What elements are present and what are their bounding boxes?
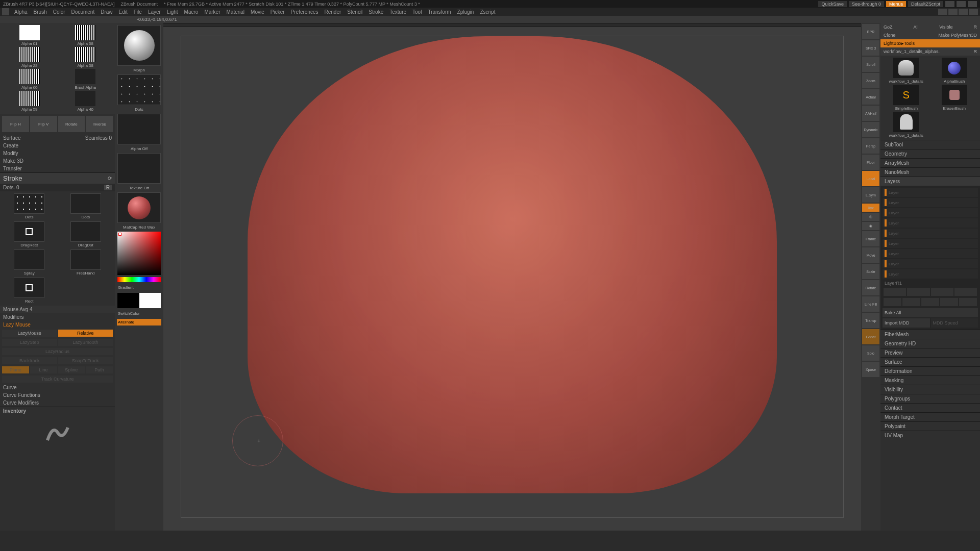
tool-item[interactable]: workflow_1_details: [883, 58, 930, 84]
layer-act-2[interactable]: [902, 298, 920, 306]
goz-btn[interactable]: GoZ: [884, 24, 893, 30]
menu-movie[interactable]: Movie: [248, 9, 267, 15]
tool-item[interactable]: SSimpleBrush: [883, 85, 930, 111]
panel-btn-3[interactable]: [959, 9, 968, 15]
dynamic-view-btn[interactable]: Dynamic: [862, 122, 879, 137]
alpha-item[interactable]: Alpha 28: [2, 47, 57, 68]
curve-modifiers[interactable]: Curve Modifiers: [0, 399, 115, 407]
xpose-btn[interactable]: Xpose: [862, 362, 879, 377]
bake-all-btn[interactable]: Bake All: [883, 308, 978, 317]
hue-bar[interactable]: [117, 277, 161, 282]
menu-tool[interactable]: Tool: [409, 9, 425, 15]
menu-stroke[interactable]: Stroke: [365, 9, 386, 15]
defaultscript[interactable]: DefaultZScript: [908, 1, 943, 7]
arraymesh-section[interactable]: ArrayMesh: [880, 158, 980, 167]
tool-r-btn[interactable]: R: [974, 49, 977, 54]
plane-btn[interactable]: Plane: [2, 366, 29, 373]
canvas[interactable]: +: [181, 36, 844, 518]
menu-material[interactable]: Material: [224, 9, 248, 15]
curve-functions[interactable]: Curve Functions: [0, 391, 115, 399]
menu-zplugin[interactable]: Zplugin: [454, 9, 477, 15]
pf-icon2[interactable]: ◉: [862, 222, 879, 230]
visibility-section[interactable]: Visibility: [880, 385, 980, 394]
layer-row[interactable]: Layer: [883, 218, 978, 228]
layer-row[interactable]: Layer: [883, 208, 978, 217]
layer-up-btn[interactable]: [931, 288, 953, 296]
matcap-swatch[interactable]: [117, 192, 161, 223]
deformation-section[interactable]: Deformation: [880, 366, 980, 375]
main-color[interactable]: [117, 293, 139, 308]
clone-btn[interactable]: Clone: [884, 33, 896, 38]
menu-zscript[interactable]: Zscript: [477, 9, 498, 15]
gradient-label[interactable]: Gradient: [117, 284, 161, 291]
viewport[interactable]: +: [163, 23, 861, 531]
stroke-dragrect[interactable]: DragRect: [2, 221, 57, 247]
alpha-item[interactable]: BrushAlpha: [58, 69, 113, 90]
alpha-item[interactable]: Alpha 58: [58, 47, 113, 68]
floor-btn[interactable]: Floor: [862, 155, 879, 170]
home-icon[interactable]: [2, 8, 9, 15]
alpha-item[interactable]: Alpha 59: [2, 91, 57, 112]
lazystep-slider[interactable]: LazyStep: [2, 339, 57, 346]
make-polymesh-btn[interactable]: Make PolyMesh3D: [938, 33, 977, 38]
lazymouse-btn[interactable]: LazyMouse: [2, 330, 57, 337]
polypaint-section[interactable]: Polypaint: [880, 421, 980, 431]
mouse-avg-slider[interactable]: Mouse Avg 4: [0, 306, 115, 313]
seethrough[interactable]: See-through 0: [849, 1, 884, 7]
actual-btn[interactable]: Actual: [862, 89, 879, 105]
stroke-r[interactable]: R: [104, 185, 112, 190]
secondary-color[interactable]: [139, 293, 161, 308]
scale-view-btn[interactable]: Scale: [862, 264, 879, 279]
mdd-speed[interactable]: MDD Speed: [931, 318, 978, 328]
dots-swatch[interactable]: [117, 74, 161, 105]
stroke-header[interactable]: Stroke ⟳: [0, 173, 115, 184]
goz-r-btn[interactable]: R: [973, 24, 977, 30]
alpha-item[interactable]: Alpha 58: [58, 25, 113, 46]
frame-btn[interactable]: Frame: [862, 231, 879, 246]
aahalf-btn[interactable]: AAHalf: [862, 106, 879, 121]
morphtarget-section[interactable]: Morph Target: [880, 412, 980, 421]
color-swatches[interactable]: [117, 293, 161, 308]
color-picker[interactable]: [117, 232, 161, 275]
relative-btn[interactable]: Relative: [58, 330, 113, 337]
curve-section[interactable]: Curve: [0, 384, 115, 391]
snaptotrack-btn[interactable]: SnapToTrack: [58, 357, 113, 364]
tool-item[interactable]: workflow_1_details: [883, 112, 930, 138]
stroke-spray[interactable]: Spray: [2, 249, 57, 276]
menu-preferences[interactable]: Preferences: [288, 9, 322, 15]
layer-row[interactable]: Layer: [883, 259, 978, 268]
stroke-dots2[interactable]: Dots: [59, 193, 113, 219]
layer-act-1[interactable]: [884, 298, 901, 306]
modifiers-section[interactable]: Modifiers: [0, 313, 115, 321]
refresh-icon[interactable]: ⟳: [108, 176, 112, 181]
ghost-btn[interactable]: Ghost: [862, 329, 879, 344]
nanomesh-section[interactable]: NanoMesh: [880, 167, 980, 177]
texture-swatch[interactable]: [117, 153, 161, 184]
window-min[interactable]: [945, 1, 954, 7]
tool-item[interactable]: AlphaBrush: [931, 58, 978, 84]
scroll-btn[interactable]: Scroll: [862, 57, 879, 72]
move-view-btn[interactable]: Move: [862, 247, 879, 263]
morph-swatch[interactable]: [117, 25, 161, 66]
stroke-dots[interactable]: Dots: [2, 193, 57, 219]
layer-row[interactable]: Layer: [883, 229, 978, 238]
menu-alpha[interactable]: Alpha: [11, 9, 31, 15]
stroke-freehand[interactable]: FreeHand: [59, 249, 113, 276]
menu-brush[interactable]: Brush: [31, 9, 50, 15]
layer-row[interactable]: Layer: [883, 198, 978, 207]
menu-draw[interactable]: Draw: [97, 9, 115, 15]
menu-document[interactable]: Document: [68, 9, 98, 15]
menu-stencil[interactable]: Stencil: [344, 9, 365, 15]
xyz-btn[interactable]: Xyz: [862, 204, 879, 212]
rotate-alpha-btn[interactable]: Rotate: [58, 116, 85, 132]
create-item[interactable]: Create: [0, 142, 115, 149]
layer-row[interactable]: Layer: [883, 269, 978, 279]
layer-down-btn[interactable]: [954, 288, 977, 296]
masking-section[interactable]: Masking: [880, 375, 980, 385]
menu-texture[interactable]: Texture: [386, 9, 409, 15]
layer-act-5[interactable]: [959, 298, 977, 306]
uvmap-section[interactable]: UV Map: [880, 431, 980, 440]
surface-section[interactable]: Surface: [880, 357, 980, 366]
ruler-top[interactable]: [163, 23, 861, 27]
lightbox-tools[interactable]: LightBox▸Tools: [884, 41, 915, 46]
